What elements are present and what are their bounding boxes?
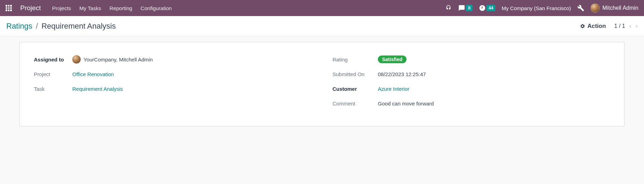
user-name: Mitchell Admin [602, 5, 638, 11]
navbar-left: Project Projects My Tasks Reporting Conf… [6, 4, 172, 12]
action-button[interactable]: Action [580, 23, 606, 30]
nav-projects[interactable]: Projects [52, 5, 71, 11]
nav-configuration[interactable]: Configuration [141, 5, 172, 11]
breadcrumb-separator: / [36, 22, 38, 31]
control-bar-right: Action 1 / 1 ‹ › [580, 22, 638, 30]
assigned-to-value: YourCompany, Mitchell Admin [72, 55, 153, 64]
task-label: Task [34, 86, 72, 92]
field-project: Project Office Renovation [34, 67, 312, 81]
navbar: Project Projects My Tasks Reporting Conf… [0, 0, 644, 16]
field-task: Task Requirement Analysis [34, 81, 312, 96]
apps-icon[interactable] [6, 5, 12, 11]
pager-count: 1 / 1 [614, 23, 625, 29]
assigned-avatar-icon [72, 55, 81, 64]
nav-reporting[interactable]: Reporting [110, 5, 132, 11]
form-col-left: Assigned to YourCompany, Mitchell Admin … [34, 52, 312, 111]
pager: 1 / 1 ‹ › [614, 22, 638, 30]
user-avatar-icon [591, 3, 600, 13]
assigned-to-label: Assigned to [34, 57, 72, 62]
comment-label: Comment [332, 101, 378, 106]
customer-label: Customer [332, 86, 378, 92]
activities-icon[interactable]: 44 [479, 5, 495, 12]
rating-label: Rating [332, 57, 378, 62]
project-link[interactable]: Office Renovation [72, 71, 114, 77]
form-col-right: Rating Satisfied Submitted On 08/22/2023… [332, 52, 610, 111]
messages-badge: 8 [466, 5, 473, 11]
form-grid: Assigned to YourCompany, Mitchell Admin … [34, 52, 610, 111]
action-label: Action [587, 23, 606, 30]
breadcrumb-parent[interactable]: Ratings [6, 22, 32, 31]
sheet-wrap: Assigned to YourCompany, Mitchell Admin … [0, 36, 644, 132]
control-bar: Ratings / Requirement Analysis Action 1 … [0, 16, 644, 36]
user-menu[interactable]: Mitchell Admin [591, 3, 638, 13]
gear-icon [580, 23, 585, 29]
support-icon[interactable] [445, 5, 452, 12]
debug-icon[interactable] [577, 5, 584, 12]
company-switcher[interactable]: My Company (San Francisco) [502, 5, 571, 11]
field-assigned-to: Assigned to YourCompany, Mitchell Admin [34, 52, 312, 67]
project-label: Project [34, 71, 72, 77]
field-rating: Rating Satisfied [332, 52, 610, 67]
pager-next[interactable]: › [636, 22, 638, 30]
breadcrumb-current: Requirement Analysis [42, 22, 116, 31]
field-submitted-on: Submitted On 08/22/2023 12:25:47 [332, 67, 610, 81]
rating-badge: Satisfied [378, 56, 407, 63]
activities-badge: 44 [486, 5, 495, 11]
submitted-label: Submitted On [332, 71, 378, 77]
app-brand[interactable]: Project [20, 4, 41, 12]
field-comment: Comment Good can move forward [332, 96, 610, 111]
nav-my-tasks[interactable]: My Tasks [79, 5, 101, 11]
task-link[interactable]: Requirement Analysis [72, 86, 123, 92]
pager-prev[interactable]: ‹ [629, 22, 631, 30]
form-sheet: Assigned to YourCompany, Mitchell Admin … [20, 42, 624, 126]
submitted-value: 08/22/2023 12:25:47 [378, 71, 426, 77]
comment-value: Good can move forward [378, 101, 434, 106]
customer-link[interactable]: Azure Interior [378, 86, 409, 92]
messages-icon[interactable]: 8 [458, 5, 473, 12]
breadcrumb: Ratings / Requirement Analysis [6, 22, 116, 31]
assigned-to-text: YourCompany, Mitchell Admin [83, 57, 153, 62]
navbar-right: 8 44 My Company (San Francisco) Mitchell… [445, 3, 638, 13]
field-customer: Customer Azure Interior [332, 81, 610, 96]
